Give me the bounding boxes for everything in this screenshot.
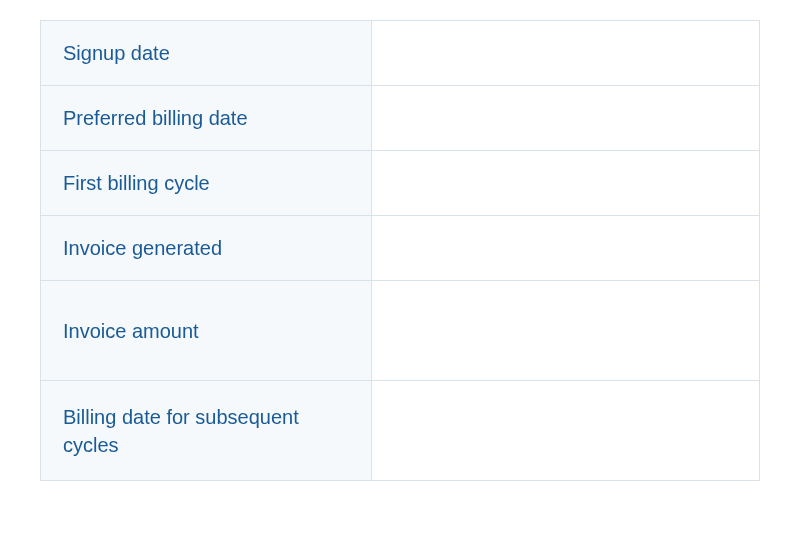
row-label-preferred-billing-date: Preferred billing date xyxy=(40,86,371,151)
table-row: Preferred billing date xyxy=(40,86,760,151)
table-row: First billing cycle xyxy=(40,151,760,216)
table-row: Invoice generated xyxy=(40,216,760,281)
row-value-invoice-generated xyxy=(371,216,760,281)
row-label-subsequent-billing-date: Billing date for subsequent cycles xyxy=(40,381,371,481)
row-label-first-billing-cycle: First billing cycle xyxy=(40,151,371,216)
row-label-invoice-amount: Invoice amount xyxy=(40,281,371,381)
table-row: Billing date for subsequent cycles xyxy=(40,381,760,481)
table-row: Signup date xyxy=(40,20,760,86)
row-label-invoice-generated: Invoice generated xyxy=(40,216,371,281)
row-value-first-billing-cycle xyxy=(371,151,760,216)
table-row: Invoice amount xyxy=(40,281,760,381)
billing-details-table: Signup date Preferred billing date First… xyxy=(40,20,760,481)
row-label-signup-date: Signup date xyxy=(40,20,371,86)
row-value-invoice-amount xyxy=(371,281,760,381)
row-value-preferred-billing-date xyxy=(371,86,760,151)
row-value-signup-date xyxy=(371,20,760,86)
row-value-subsequent-billing-date xyxy=(371,381,760,481)
